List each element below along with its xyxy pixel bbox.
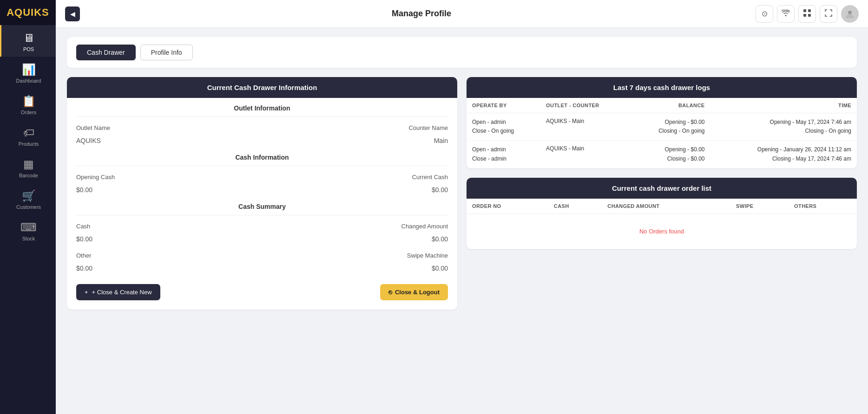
sidebar-item-label: Orders	[21, 110, 37, 115]
col-others: OTHERS	[789, 199, 857, 214]
sidebar-item-orders[interactable]: 📋 Orders	[0, 88, 56, 120]
col-outlet: OUTLET - COUNTER	[540, 98, 630, 113]
close-create-button[interactable]: + + Close & Create New	[76, 284, 160, 300]
opening-cash-label: Opening Cash	[76, 174, 115, 181]
wifi-button[interactable]	[777, 5, 795, 23]
outlet-name-row: Outlet Name Counter Name	[76, 122, 448, 134]
summary-section-title: Cash Summary	[76, 196, 448, 215]
col-time: TIME	[710, 98, 857, 113]
expand-icon	[825, 9, 832, 19]
outlet-cell[interactable]: AQUIKS - Main	[540, 113, 630, 141]
col-order-no: ORDER NO	[467, 199, 548, 214]
sidebar-item-label: POS	[23, 46, 34, 52]
camera-button[interactable]: ⊙	[756, 5, 773, 23]
svg-point-4	[848, 11, 852, 14]
cash-labels-row: Opening Cash Current Cash	[76, 171, 448, 183]
tab-bar: Cash Drawer Profile Info	[67, 37, 857, 68]
sidebar-item-label: Customers	[16, 204, 41, 210]
other-value: $0.00	[76, 265, 92, 272]
sidebar-item-pos[interactable]: 🖥 POS	[0, 25, 56, 57]
camera-icon: ⊙	[762, 9, 768, 18]
close-logout-button[interactable]: ⎋ Close & Logout	[380, 284, 448, 300]
topbar-actions: ⊙	[756, 5, 859, 23]
logout-icon: ⎋	[388, 289, 392, 296]
time-cell: Opening - May 17, 2024 7:46 amClosing - …	[710, 113, 857, 141]
tab-profile-info[interactable]: Profile Info	[140, 45, 193, 60]
sidebar-item-stock[interactable]: ⌨ Stock	[0, 214, 56, 246]
sidebar-item-products[interactable]: 🏷 Products	[0, 120, 56, 151]
orders-card: Current cash drawer order list ORDER NO …	[467, 178, 857, 249]
expand-button[interactable]	[820, 5, 837, 23]
cash-summary-values: $0.00 $0.00	[76, 233, 448, 246]
sidebar-item-label: Products	[19, 141, 39, 147]
counter-name-label: Counter Name	[408, 124, 448, 131]
plus-icon: +	[85, 289, 88, 296]
changed-amount-value: $0.00	[432, 235, 448, 243]
topbar: ◀ Manage Profile ⊙	[56, 0, 868, 28]
orders-table-wrapper: ORDER NO CASH CHANGED AMOUNT SWIPE OTHER…	[467, 199, 857, 249]
svg-rect-1	[808, 9, 811, 12]
opening-cash-value: $0.00	[76, 186, 92, 194]
sidebar-item-label: Dashboard	[16, 78, 41, 84]
cash-drawer-body: Outlet Information Outlet Name Counter N…	[67, 98, 457, 310]
operate-cell: Open - adminClose - On going	[467, 113, 540, 141]
sidebar-item-barcode[interactable]: ▦ Barcode	[0, 151, 56, 183]
no-orders-text: No Orders found	[472, 219, 851, 244]
dashboard-icon: 📊	[22, 63, 36, 76]
orders-table: ORDER NO CASH CHANGED AMOUNT SWIPE OTHER…	[467, 199, 857, 249]
customers-icon: 🛒	[22, 189, 36, 202]
products-icon: 🏷	[23, 126, 34, 139]
cash-drawer-card: Current Cash Drawer Information Outlet I…	[67, 77, 457, 310]
user-avatar[interactable]	[841, 5, 859, 23]
time-cell: Opening - January 26, 2024 11:12 amClosi…	[710, 141, 857, 168]
col-operate: OPERATE BY	[467, 98, 540, 113]
other-swipe-values: $0.00 $0.00	[76, 262, 448, 275]
outlet-value-row: AQUIKS Main	[76, 134, 448, 147]
cash-values-row: $0.00 $0.00	[76, 183, 448, 196]
sidebar: AQUIKS 🖥 POS 📊 Dashboard 📋 Orders 🏷 Prod…	[0, 0, 56, 414]
cash-drawer-header: Current Cash Drawer Information	[67, 77, 457, 98]
col-swipe: SWIPE	[730, 199, 789, 214]
no-orders-row: No Orders found	[467, 213, 857, 249]
outlet-name-label: Outlet Name	[76, 124, 110, 131]
wifi-icon	[782, 10, 790, 18]
sidebar-item-customers[interactable]: 🛒 Customers	[0, 183, 56, 214]
balance-cell: Opening - $0.00Closing - On going	[630, 113, 710, 141]
table-row: Open - adminClose - On going AQUIKS - Ma…	[467, 113, 857, 141]
counter-name-value: Main	[434, 137, 448, 144]
main-area: ◀ Manage Profile ⊙	[56, 0, 868, 414]
table-row: Open - adminClose - admin AQUIKS - Main …	[467, 141, 857, 168]
orders-icon: 📋	[22, 95, 36, 108]
other-label: Other	[76, 252, 92, 259]
svg-rect-0	[803, 9, 806, 12]
balance-cell: Opening - $0.00Closing - $0.00	[630, 141, 710, 168]
swipe-value: $0.00	[432, 265, 448, 272]
main-grid: Current Cash Drawer Information Outlet I…	[67, 77, 857, 310]
sidebar-item-dashboard[interactable]: 📊 Dashboard	[0, 57, 56, 88]
cash-summary-labels: Cash Changed Amount	[76, 220, 448, 233]
current-cash-value: $0.00	[432, 186, 448, 194]
grid-button[interactable]	[798, 5, 816, 23]
collapse-button[interactable]: ◀	[65, 6, 80, 21]
tab-cash-drawer[interactable]: Cash Drawer	[76, 45, 136, 60]
outlet-name-value: AQUIKS	[76, 137, 101, 144]
right-column: Last 7 days cash drawer logs OPERATE BY …	[467, 77, 857, 310]
svg-rect-3	[808, 14, 811, 17]
logo: AQUIKS	[0, 0, 56, 25]
cash-section-title: Cash Information	[76, 147, 448, 166]
logo-text: AQUIKS	[7, 6, 49, 19]
action-buttons: + + Close & Create New ⎋ Close & Logout	[76, 284, 448, 300]
operate-cell: Open - adminClose - admin	[467, 141, 540, 168]
current-cash-label: Current Cash	[412, 174, 448, 181]
grid-icon	[803, 9, 811, 19]
col-cash: CASH	[548, 199, 602, 214]
logs-table: OPERATE BY OUTLET - COUNTER BALANCE TIME…	[467, 98, 857, 168]
col-changed: CHANGED AMOUNT	[602, 199, 730, 214]
sidebar-item-label: Barcode	[19, 173, 38, 178]
logs-header: Last 7 days cash drawer logs	[467, 77, 857, 98]
cash-label: Cash	[76, 223, 90, 230]
col-balance: BALANCE	[630, 98, 710, 113]
swipe-label: Swipe Machine	[407, 252, 448, 259]
other-swipe-labels: Other Swipe Machine	[76, 249, 448, 262]
outlet-cell[interactable]: AQUIKS - Main	[540, 141, 630, 168]
